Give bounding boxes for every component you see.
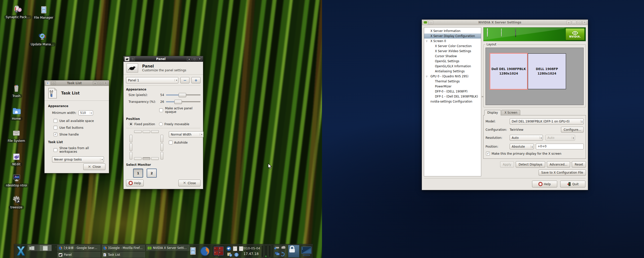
tree-expander-icon[interactable]: ▽	[426, 40, 430, 42]
detect-displays-button[interactable]: Detect Displays	[516, 161, 545, 168]
position-left-bottom-button[interactable]	[130, 152, 132, 159]
taskbar-window-firefox-2[interactable]: [Google - Mozilla Firef…	[101, 245, 145, 251]
position-bottom-left-button[interactable]	[134, 157, 142, 160]
maximize-button[interactable]: □	[98, 81, 103, 85]
remove-panel-button[interactable]: −	[180, 77, 189, 83]
display-settings-launcher[interactable]	[300, 245, 312, 257]
server-tray-icon[interactable]	[227, 252, 233, 257]
apply-button[interactable]: Apply	[500, 161, 514, 168]
help-button[interactable]: Help	[532, 181, 557, 187]
panel-titlebar[interactable]: ○ Panel ▴ □ ✕	[124, 56, 203, 62]
tree-item-dfp-0[interactable]: DFP-0 - (DELL 1908FP)	[424, 89, 481, 94]
help-button[interactable]: Help	[126, 180, 144, 186]
position-bottom-center-button[interactable]	[143, 157, 150, 160]
shade-button[interactable]: ▴	[567, 20, 571, 24]
sticky-button[interactable]: ○	[51, 81, 56, 85]
fixed-position-radio[interactable]	[129, 122, 133, 126]
desktop-icon-file-manager[interactable]: File Manager	[32, 6, 56, 20]
thunderbird-tray-icon[interactable]	[226, 246, 232, 251]
checkbox-unchecked[interactable]	[169, 141, 173, 144]
close-button[interactable]: ✕	[582, 20, 587, 24]
panel-selector-dropdown[interactable]: Panel 1 ▾	[126, 77, 178, 83]
checkbox-checked[interactable]: ✓	[486, 152, 490, 155]
position-left-top-button[interactable]	[130, 135, 132, 142]
show-handle-checkbox[interactable]: ✓ Show handle	[54, 133, 105, 136]
desktop-icon-synaptic[interactable]: Synaptic Pack…	[5, 5, 31, 19]
freely-moveable-radio[interactable]	[159, 122, 163, 126]
monitor-2-button[interactable]: 2	[147, 169, 157, 178]
desktop-icon-nedit[interactable]: NEdit	[5, 152, 28, 166]
position-right-middle-button[interactable]	[160, 143, 163, 151]
quit-button[interactable]: Quit	[560, 181, 585, 187]
position-bottom-right-button[interactable]	[151, 157, 159, 160]
minimize-button[interactable]: _	[572, 20, 576, 24]
globe-tray-icon[interactable]	[234, 252, 239, 257]
grouping-dropdown[interactable]: Never group tasks ▾	[52, 156, 104, 163]
position-right-bottom-button[interactable]	[160, 152, 163, 159]
taskbar-window-task-list[interactable]: Task List	[101, 251, 145, 258]
configure-button[interactable]: Configure...	[561, 127, 584, 133]
task-list-titlebar[interactable]: ○ Task List ▴ □ ✕	[45, 80, 109, 86]
position-top-center-button[interactable]	[143, 130, 150, 133]
close-button[interactable]: ✕	[197, 57, 202, 61]
layout-monitor-dfp0[interactable]: DELL 1908FP1280x1024	[528, 53, 566, 89]
tree-item-nvidia-settings-configuration[interactable]: nvidia-settings Configuration	[424, 99, 481, 104]
flat-buttons-checkbox[interactable]: Use flat buttons	[54, 126, 105, 130]
tab-display[interactable]: Display	[484, 110, 501, 115]
firefox-launcher[interactable]	[199, 245, 211, 257]
tree-item-opengl-glx-information[interactable]: OpenGL/GLX Information	[424, 64, 481, 69]
opaque-checkbox[interactable]: Make active panel opaque	[159, 107, 200, 114]
taskbar-window-firefox-1[interactable]: [文泉驿 - Google Sear…	[57, 245, 101, 251]
tree-item-xvideo-settings[interactable]: X Server XVideo Settings	[424, 49, 481, 54]
checkbox-unchecked[interactable]	[54, 126, 57, 130]
tree-item-gpu-0[interactable]: ▽GPU 0 - (Quadro NVS 295)	[424, 74, 481, 79]
sticky-button[interactable]: ○	[429, 20, 433, 24]
workspace-1[interactable]	[28, 245, 39, 251]
notes-tray-icon[interactable]	[232, 245, 238, 251]
desktop-icon-trash[interactable]: Trash	[5, 84, 28, 98]
position-left-middle-button[interactable]	[130, 143, 132, 151]
maximize-button[interactable]: □	[577, 20, 582, 24]
slider-handle[interactable]	[174, 100, 182, 104]
checkbox-unchecked[interactable]	[54, 119, 57, 123]
position-top-left-button[interactable]	[134, 130, 142, 133]
tree-item-thermal-settings[interactable]: Thermal Settings	[424, 79, 481, 84]
tab-x-screen[interactable]: X Screen	[501, 110, 520, 115]
panel-handle[interactable]: ⋮⋮⋮⋮⋮⋮⋮⋮	[55, 246, 56, 256]
network-tray-group[interactable]	[273, 245, 287, 258]
tree-item-powermizer[interactable]: PowerMizer	[424, 84, 481, 89]
reset-button[interactable]: Reset	[572, 161, 586, 168]
tree-expander-icon[interactable]: ▽	[426, 75, 430, 78]
desktop-icon-treesize[interactable]: treesize	[5, 195, 28, 209]
nvidia-logo-icon[interactable]	[423, 20, 428, 25]
close-dialog-button[interactable]: ✕ Close	[83, 164, 105, 170]
shade-button[interactable]: ▴	[93, 81, 97, 85]
resolution-dropdown[interactable]: Auto ▴▾	[510, 135, 543, 141]
available-space-checkbox[interactable]: Use all available space	[54, 119, 105, 123]
window-menu-icon[interactable]	[125, 57, 130, 61]
model-dropdown[interactable]: Dell DEL 1908FPBLK (DFP-1 on GPU-0) ▴▾	[510, 118, 584, 124]
tree-item-dfp-1[interactable]: DFP-1 - (Dell DEL 1908FPBLK)	[424, 94, 481, 99]
layout-monitor-dfp1[interactable]: Dell DEL 1908FPBLK1280x1024	[490, 53, 528, 90]
tree-item-antialiasing-settings[interactable]: Antialiasing Settings	[424, 69, 481, 74]
desktop-icon-home[interactable]: Home	[5, 107, 28, 121]
monitor-1-button[interactable]: 1	[133, 169, 143, 178]
transparency-slider[interactable]	[166, 101, 200, 102]
advanced-button[interactable]: Advanced...	[547, 161, 570, 168]
tree-item-cursor-shadow[interactable]: Cursor Shadow	[424, 54, 481, 59]
position-mode-dropdown[interactable]: Absolute ▴▾	[510, 144, 534, 149]
primary-display-checkbox[interactable]: ✓ Make this the primary display for the …	[486, 152, 584, 155]
shade-button[interactable]: ▴	[187, 57, 191, 61]
workspace-2[interactable]	[39, 245, 52, 251]
taskbar-window-panel[interactable]: Panel	[57, 251, 101, 258]
tree-item-x-server-display-configuration[interactable]: X Server Display Configuration	[424, 34, 481, 39]
xfce-menu-button[interactable]	[15, 244, 27, 257]
tree-item-opengl-settings[interactable]: OpenGL Settings	[424, 59, 481, 64]
tree-item-x-screen-0[interactable]: ▽X Screen 0	[424, 39, 481, 44]
taskbar-window-nvidia-settings[interactable]: NVIDIA X Server Setti…	[146, 245, 190, 251]
sticky-button[interactable]: ○	[130, 57, 135, 61]
nvidia-titlebar[interactable]: ○ NVIDIA X Server Settings ▴ _ □ ✕	[422, 20, 588, 25]
save-to-x-configuration-button[interactable]: Save to X Configuration File	[539, 170, 586, 176]
clock[interactable]: 2010-05-04 17.47.18	[242, 245, 260, 257]
checkbox-unchecked[interactable]	[54, 148, 57, 152]
